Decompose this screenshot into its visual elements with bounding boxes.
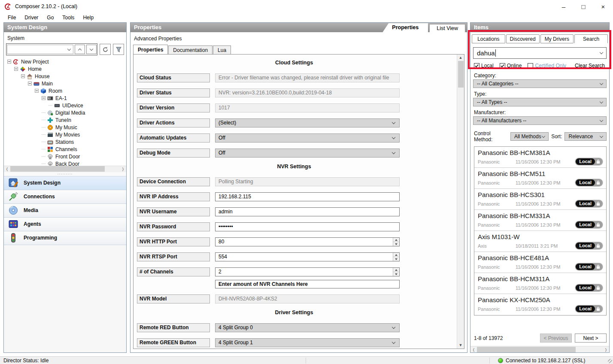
driver-result-row[interactable]: Panasonic BB-HCM311APanasonic11/16/2006 …: [474, 273, 606, 294]
minimize-icon[interactable]: –: [554, 0, 574, 13]
nav-item-connections[interactable]: Connections: [4, 190, 126, 203]
filter-select-category[interactable]: -- All Categories --: [473, 79, 607, 88]
checkbox-certified-only[interactable]: Certified Only: [528, 63, 566, 69]
spin-down-icon[interactable]: [393, 242, 399, 246]
property-value-select[interactable]: (Select): [215, 118, 400, 127]
checkbox-local[interactable]: Local: [474, 63, 494, 69]
items-tab-locations[interactable]: Locations: [472, 34, 505, 43]
driver-result-row[interactable]: Panasonic BB-HCE481APanasonic11/16/2006 …: [474, 252, 606, 273]
property-value-input[interactable]: admin: [215, 207, 400, 216]
nav-item-media[interactable]: Media: [4, 203, 126, 217]
checkbox-unchecked-icon[interactable]: [528, 63, 533, 69]
find-next-button[interactable]: [86, 45, 97, 54]
scroll-left-icon[interactable]: 〈: [470, 346, 477, 353]
filter-select-manufacturer[interactable]: -- All Manufacturers --: [473, 116, 607, 125]
scroll-right-icon[interactable]: 〉: [603, 346, 609, 353]
maximize-icon[interactable]: □: [574, 0, 593, 13]
previous-page-button[interactable]: < Previous: [540, 334, 572, 343]
tree-item[interactable]: Back Door: [4, 160, 126, 166]
tree-item[interactable]: My Music: [4, 124, 126, 131]
tree-item[interactable]: House: [4, 73, 126, 80]
control-method-select[interactable]: All Methods: [510, 132, 549, 141]
tree-item[interactable]: Digital Media: [4, 109, 126, 116]
driver-result-row[interactable]: Panasonic KX-HCM250APanasonic11/16/2006 …: [474, 294, 606, 315]
spin-up-icon[interactable]: [393, 253, 399, 257]
tab-properties[interactable]: Properties: [133, 45, 168, 54]
driver-result-row[interactable]: Panasonic BB-HCM381APanasonic11/16/2006 …: [474, 147, 606, 168]
checkbox-checked-icon[interactable]: [474, 63, 479, 69]
view-tab-properties[interactable]: Properties: [382, 23, 428, 32]
tree-item[interactable]: TuneIn: [4, 116, 126, 124]
checkbox-online[interactable]: Online: [500, 63, 522, 69]
tree-item[interactable]: Front Door: [4, 153, 126, 160]
driver-result-row[interactable]: Axis M1031-WAxis10/18/2011 3:21 PMLocal: [474, 231, 606, 252]
items-horizontal-scrollbar[interactable]: 〈 〉: [470, 346, 609, 352]
property-value-select[interactable]: Off: [215, 149, 400, 158]
property-value-spinner[interactable]: 2: [215, 267, 400, 276]
tree-item[interactable]: New Project: [4, 58, 126, 65]
nav-item-system-design[interactable]: System Design: [4, 176, 126, 190]
scrollbar-thumb[interactable]: [10, 166, 105, 172]
nav-item-programming[interactable]: Programming: [4, 231, 126, 245]
items-tab-search[interactable]: Search: [574, 34, 608, 43]
tab-lua[interactable]: Lua: [213, 46, 231, 54]
next-page-button[interactable]: Next >: [575, 334, 607, 343]
items-tab-discovered[interactable]: Discovered: [506, 34, 540, 43]
spinner-buttons[interactable]: [393, 238, 399, 246]
spin-up-icon[interactable]: [393, 238, 399, 242]
spin-down-icon[interactable]: [393, 257, 399, 261]
tree-item[interactable]: Main: [4, 80, 126, 87]
sort-select[interactable]: Relevance: [564, 132, 607, 141]
resize-grip-icon[interactable]: [608, 359, 612, 363]
tree-item[interactable]: Home: [4, 65, 126, 73]
property-value-select[interactable]: 4 Split Group 1: [215, 338, 400, 347]
spinner-buttons[interactable]: [393, 253, 399, 261]
spin-down-icon[interactable]: [393, 272, 399, 276]
scrollbar-thumb[interactable]: [458, 61, 464, 88]
tree-horizontal-scrollbar[interactable]: 〈 〉: [4, 166, 126, 172]
clear-search-link[interactable]: Clear Search: [575, 63, 605, 69]
view-tab-list-view[interactable]: List View: [429, 24, 465, 32]
tree-expander-icon[interactable]: [21, 74, 25, 78]
menu-tools[interactable]: Tools: [58, 14, 79, 21]
tree-expander-icon[interactable]: [7, 60, 11, 64]
nav-item-agents[interactable]: Agents: [4, 217, 126, 231]
checkbox-checked-icon[interactable]: [500, 63, 505, 69]
tree-item[interactable]: My Movies: [4, 131, 126, 138]
tree-expander-icon[interactable]: [28, 82, 32, 85]
scroll-up-icon[interactable]: ▲: [459, 55, 463, 61]
property-value-input[interactable]: ••••••••: [215, 222, 400, 231]
tree-expander-icon[interactable]: [35, 89, 39, 93]
find-previous-button[interactable]: [75, 45, 85, 54]
scrollbar-thumb[interactable]: [477, 347, 576, 352]
search-input[interactable]: dahua: [473, 47, 607, 59]
tree-expander-icon[interactable]: [14, 67, 18, 71]
scroll-right-icon[interactable]: 〉: [120, 166, 126, 172]
scroll-left-icon[interactable]: 〈: [4, 166, 10, 172]
tree-item[interactable]: Channels: [4, 146, 126, 153]
property-value-spinner[interactable]: 554: [215, 252, 400, 261]
spinner-buttons[interactable]: [393, 268, 399, 276]
properties-vertical-scrollbar[interactable]: ▲ ▼: [457, 55, 464, 349]
driver-result-row[interactable]: Panasonic BB-HCM331APanasonic11/16/2006 …: [474, 210, 606, 231]
property-value-input[interactable]: 192.168.2.115: [215, 192, 400, 201]
spin-up-icon[interactable]: [393, 268, 399, 272]
tree-item[interactable]: Room: [4, 87, 126, 94]
tree-filter-combobox[interactable]: [7, 45, 73, 54]
menu-driver[interactable]: Driver: [20, 14, 42, 21]
tree-item[interactable]: EA-1: [4, 94, 126, 102]
panel-splitter[interactable]: ·········: [4, 172, 126, 176]
property-value-spinner[interactable]: 80: [215, 237, 400, 246]
menu-help[interactable]: Help: [79, 14, 98, 21]
scroll-down-icon[interactable]: ▼: [459, 342, 463, 349]
filter-button[interactable]: [113, 44, 124, 55]
tree-item[interactable]: Stations: [4, 138, 126, 146]
driver-result-row[interactable]: Panasonic BB-HCM511Panasonic11/16/2006 1…: [474, 168, 606, 189]
menu-go[interactable]: Go: [42, 14, 58, 21]
tree-item[interactable]: UIDevice: [4, 102, 126, 109]
property-value-select[interactable]: 4 Split Group 0: [215, 323, 400, 332]
items-tab-my-drivers[interactable]: My Drivers: [540, 34, 574, 43]
refresh-button[interactable]: [100, 44, 111, 55]
driver-result-row[interactable]: Panasonic BB-HCS301Panasonic11/16/2006 1…: [474, 189, 606, 210]
tree-expander-icon[interactable]: [42, 96, 46, 100]
